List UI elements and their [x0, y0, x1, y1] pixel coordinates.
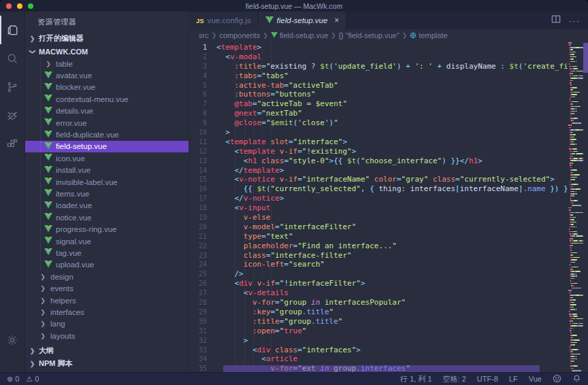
code-line-17[interactable]: 17 </v-notice>	[189, 194, 568, 203]
code-line-10[interactable]: 10 >	[189, 128, 568, 137]
code-line-34[interactable]: 34 <article	[189, 354, 568, 364]
breadcrumb: src❯components❯field-setup.vue❯{}"field-…	[189, 29, 588, 41]
tree-item-notice.vue[interactable]: notice.vue	[25, 212, 189, 223]
tree-item-layouts[interactable]: ❯layouts	[25, 330, 189, 341]
breadcrumb-item-3[interactable]: field-setup.vue	[271, 31, 329, 39]
outline-section[interactable]: ❯ 大纲	[25, 344, 189, 357]
tab-vue.config.js[interactable]: JSvue.config.js	[189, 12, 259, 29]
minimap[interactable]	[568, 41, 583, 372]
notifications-bell-icon[interactable]	[572, 374, 581, 384]
code-line-18[interactable]: 18 <v-input	[189, 203, 568, 213]
tree-item-progress-ring.vue[interactable]: progress-ring.vue	[25, 223, 189, 235]
extensions-icon[interactable]	[0, 130, 24, 158]
minimize-window-button[interactable]	[17, 3, 22, 9]
tree-item-contextual-menu.vue[interactable]: contextual-menu.vue	[25, 93, 189, 105]
tree-item-field-setup.vue[interactable]: field-setup.vue	[25, 141, 189, 152]
code-line-2[interactable]: 2 <v-modal	[189, 52, 568, 62]
code-line-21[interactable]: 21 type="text"	[189, 232, 568, 241]
tree-item-design[interactable]: ❯design	[25, 271, 189, 282]
code-line-9[interactable]: 9 @close="$emit('close')"	[189, 118, 568, 128]
code-line-33[interactable]: 33 <div class="interfaces">	[189, 346, 568, 355]
status-item-5[interactable]: Vue	[529, 375, 542, 383]
open-editors-section[interactable]: ❯ 打开的编辑器	[25, 32, 189, 45]
code-line-32[interactable]: 32 >	[189, 336, 568, 346]
code-line-11[interactable]: 11 <template slot="interface">	[189, 137, 568, 147]
tree-item-pages[interactable]: ❯pages	[25, 341, 189, 344]
tree-item-details.vue[interactable]: details.vue	[25, 105, 189, 117]
code-line-13[interactable]: 13 <h1 class="style-0">{{ $t("choose_int…	[189, 156, 568, 166]
code-line-26[interactable]: 26 <div v-if="!interfaceFilter">	[189, 279, 568, 288]
tree-item-table[interactable]: ❯table	[25, 58, 189, 69]
npm-scripts-section[interactable]: ❯ NPM 脚本	[25, 357, 189, 370]
breadcrumb-item-1[interactable]: src	[199, 31, 209, 39]
vue-file-icon	[44, 118, 52, 127]
tree-item-lang[interactable]: ❯lang	[25, 318, 189, 330]
close-icon[interactable]: ×	[334, 16, 339, 25]
explorer-icon[interactable]	[0, 16, 24, 44]
problems-warnings[interactable]: ⚠ 0	[26, 375, 39, 384]
tree-item-items.vue[interactable]: items.vue	[25, 188, 189, 199]
tree-item-error.vue[interactable]: error.vue	[25, 117, 189, 129]
status-item-3[interactable]: UTF-8	[477, 375, 498, 383]
code-editor[interactable]: 1<template>2 <v-modal3 :title="existing …	[189, 41, 588, 372]
code-line-22[interactable]: 22 placeholder="Find an interface..."	[189, 241, 568, 251]
code-line-16[interactable]: 16 {{ $t("currently_selected", { thing: …	[189, 184, 568, 194]
status-item-2[interactable]: 空格: 2	[443, 374, 466, 384]
breadcrumb-item-2[interactable]: components	[219, 31, 260, 39]
code-line-4[interactable]: 4 :tabs="tabs"	[189, 71, 568, 81]
tree-item-loader.vue[interactable]: loader.vue	[25, 200, 189, 212]
code-line-19[interactable]: 19 v-else	[189, 213, 568, 222]
code-line-23[interactable]: 23 class="interface-filter"	[189, 251, 568, 261]
code-line-30[interactable]: 30 :title="group.title"	[189, 317, 568, 327]
settings-gear-icon[interactable]	[0, 326, 24, 354]
tree-item-blocker.vue[interactable]: blocker.vue	[25, 82, 189, 93]
tab-field-setup.vue[interactable]: field-setup.vue×	[259, 12, 347, 29]
vue-file-icon	[44, 71, 52, 80]
tree-item-install.vue[interactable]: install.vue	[25, 165, 189, 176]
code-line-1[interactable]: 1<template>	[189, 43, 568, 52]
code-line-27[interactable]: 27 <v-details	[189, 288, 568, 298]
tree-item-icon.vue[interactable]: icon.vue	[25, 152, 189, 164]
breadcrumb-item-4[interactable]: {}"field-setup.vue"	[339, 31, 399, 39]
zoom-window-button[interactable]	[28, 3, 33, 9]
code-line-3[interactable]: 3 :title="existing ? $t('update_field') …	[189, 62, 568, 71]
code-line-24[interactable]: 24 icon-left="search"	[189, 260, 568, 269]
vertical-scrollbar[interactable]	[583, 43, 588, 73]
code-line-25[interactable]: 25 />	[189, 269, 568, 279]
status-item-1[interactable]: 行 1, 列 1	[400, 374, 431, 384]
code-line-8[interactable]: 8 @next="nextTab"	[189, 109, 568, 118]
tree-item-events[interactable]: ❯events	[25, 282, 189, 294]
code-line-5[interactable]: 5 :active-tab="activeTab"	[189, 81, 568, 90]
more-actions-icon[interactable]: ···	[569, 16, 580, 26]
problems-errors[interactable]: ⊗ 0	[7, 375, 19, 384]
tree-item-avatar.vue[interactable]: avatar.vue	[25, 69, 189, 81]
code-line-20[interactable]: 20 v-model="interfaceFilter"	[189, 222, 568, 232]
split-editor-icon[interactable]	[551, 14, 561, 27]
tree-item-label: upload.vue	[56, 261, 94, 269]
workspace-section[interactable]: ❯ MACWK.COM	[25, 45, 189, 58]
tree-item-field-duplicate.vue[interactable]: field-duplicate.vue	[25, 129, 189, 140]
search-icon[interactable]	[0, 44, 24, 73]
horizontal-scrollbar[interactable]	[223, 365, 540, 372]
tree-item-tag.vue[interactable]: tag.vue	[25, 247, 189, 258]
code-line-31[interactable]: 31 :open="true"	[189, 327, 568, 336]
source-control-icon[interactable]	[0, 73, 24, 101]
tree-item-interfaces[interactable]: ❯interfaces	[25, 306, 189, 318]
code-line-15[interactable]: 15 <v-notice v-if="interfaceName" color=…	[189, 175, 568, 184]
code-line-12[interactable]: 12 <template v-if="!existing">	[189, 147, 568, 156]
code-line-7[interactable]: 7 @tab="activeTab = $event"	[189, 99, 568, 109]
tree-item-helpers[interactable]: ❯helpers	[25, 295, 189, 306]
code-line-28[interactable]: 28 v-for="group in interfacesPopular"	[189, 298, 568, 307]
debug-icon[interactable]	[0, 101, 24, 130]
tree-item-upload.vue[interactable]: upload.vue	[25, 259, 189, 271]
code-line-29[interactable]: 29 :key="group.title"	[189, 307, 568, 317]
tree-item-signal.vue[interactable]: signal.vue	[25, 235, 189, 247]
feedback-smiley-icon[interactable]	[553, 374, 561, 384]
code-line-14[interactable]: 14 </template>	[189, 166, 568, 175]
js-file-icon: JS	[196, 17, 204, 24]
code-line-6[interactable]: 6 :buttons="buttons"	[189, 90, 568, 99]
breadcrumb-item-5[interactable]: template	[410, 31, 447, 39]
status-item-4[interactable]: LF	[509, 375, 518, 383]
tree-item-invisible-label.vue[interactable]: invisible-label.vue	[25, 176, 189, 188]
close-window-button[interactable]	[6, 3, 12, 9]
